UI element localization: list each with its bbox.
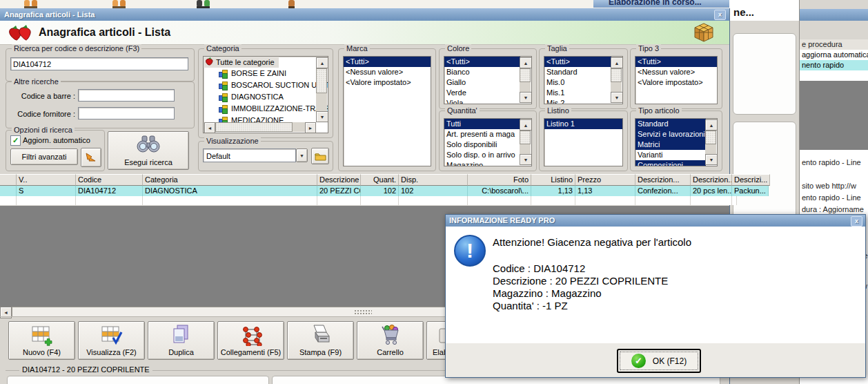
list-option[interactable]: Mis.1 — [544, 88, 611, 98]
list-option[interactable]: Mis.0 — [544, 77, 611, 88]
tipo-articolo-listbox[interactable]: ▲ ▼ StandardServizi e lavorazioniMatrici… — [635, 118, 718, 166]
group-tipo3: Tipo 3 <Tutti><Nessun valore><Valore imp… — [630, 48, 722, 109]
listino-listbox[interactable]: Listino 1 — [544, 118, 623, 166]
tree-item-category[interactable]: DIAGNOSTICA — [204, 91, 328, 103]
list-option[interactable]: Standard — [544, 67, 611, 77]
advanced-filters-button[interactable]: Filtri avanzati — [10, 148, 78, 165]
taglia-listbox[interactable]: ▲ ▼ <Tutti>StandardMis.0Mis.1Mis.2 — [544, 56, 623, 104]
dialog-description-line: Descrizione : 20 PEZZI COPRILENTE — [493, 275, 668, 287]
result-row-selected[interactable]: SDIA104712DIAGNOSTICA20 PEZZI COPRILENTE… — [0, 186, 752, 196]
list-option[interactable]: <Valore impostato> — [635, 77, 717, 88]
tipo3-listbox[interactable]: <Tutti><Nessun valore><Valore impostato> — [635, 56, 718, 104]
column-header[interactable] — [0, 174, 17, 186]
list-option[interactable]: Verde — [444, 88, 520, 98]
list-option[interactable]: Listino 1 — [544, 119, 622, 129]
column-header[interactable]: Prezzo — [575, 174, 635, 186]
categoria-vertical-scrollbar[interactable]: ▲ ▼ — [316, 57, 327, 122]
tree-item-category[interactable]: BORSE E ZAINI — [204, 68, 328, 79]
list-option[interactable]: Matrici — [635, 140, 706, 150]
list-option[interactable]: Giallo — [444, 77, 520, 88]
new-button[interactable]: Nuovo (F4) — [8, 321, 75, 360]
links-button[interactable]: Collegamenti (F5) — [217, 321, 284, 360]
advanced-filters-arrow-icon[interactable] — [81, 148, 101, 167]
column-header[interactable]: Categoria — [143, 174, 317, 186]
quantita-listbox[interactable]: ▲ ▼ TuttiArt. presenti a magaSolo dispon… — [444, 118, 532, 166]
list-option[interactable]: <Tutti> — [544, 57, 611, 67]
column-header[interactable]: Descrizion... — [691, 174, 732, 186]
list-option[interactable]: <Nessun valore> — [344, 67, 431, 77]
list-option[interactable]: Varianti — [635, 150, 706, 160]
scroll-up-icon[interactable]: ▲ — [705, 119, 718, 131]
view-button[interactable]: Visualizza (F2) — [78, 321, 145, 360]
tipo-articolo-scrollbar[interactable]: ▲ ▼ — [705, 119, 716, 165]
dialog-warehouse-line: Magazzino : Magazzino — [493, 287, 602, 299]
column-header[interactable]: Listino — [531, 174, 575, 186]
list-option[interactable]: Standard — [635, 119, 706, 129]
column-header[interactable]: V.. — [17, 174, 76, 186]
list-option[interactable]: <Nessun valore> — [635, 67, 717, 77]
list-option[interactable]: Tutti — [444, 119, 520, 129]
list-option[interactable]: <Tutti> — [635, 57, 717, 67]
scroll-down-icon[interactable]: ▼ — [316, 111, 328, 122]
folder-button[interactable] — [311, 148, 329, 164]
list-option[interactable]: Art. presenti a maga — [444, 129, 520, 140]
list-option[interactable]: Solo disponibili — [444, 140, 520, 150]
auto-update-checkbox[interactable]: ✓ — [10, 135, 21, 146]
scroll-up-icon[interactable]: ▲ — [520, 119, 532, 131]
search-input[interactable] — [10, 57, 188, 70]
list-option[interactable]: <Tutti> — [344, 57, 431, 67]
list-option[interactable]: <Tutti> — [444, 57, 520, 67]
window-titlebar[interactable]: Anagrafica articoli - Lista x — [0, 8, 729, 21]
column-header[interactable]: Descrizion... — [635, 174, 691, 186]
marca-listbox[interactable]: <Tutti><Nessun valore><Valore impostato> — [343, 56, 431, 166]
close-icon[interactable]: x — [714, 10, 726, 20]
cart-button[interactable]: Carrello — [357, 321, 424, 360]
tree-item-category[interactable]: BOSCAROL SUCTION UNIT — [204, 79, 328, 91]
column-header[interactable]: Disp. — [399, 174, 468, 186]
duplicate-button[interactable]: Duplica — [148, 321, 215, 360]
list-option[interactable]: Viola — [444, 98, 520, 104]
tree-root-all-categories[interactable]: Tutte le categorie — [204, 57, 279, 68]
colore-scrollbar[interactable]: ▲ ▼ — [520, 57, 531, 103]
column-header[interactable]: Descrizione — [317, 174, 361, 186]
dialog-close-icon[interactable]: x — [851, 216, 862, 227]
scroll-down-icon[interactable]: ▼ — [705, 154, 718, 165]
barcode-input[interactable] — [78, 89, 175, 102]
column-header[interactable]: Foto — [468, 174, 531, 186]
list-option[interactable]: <Valore impostato> — [344, 77, 431, 88]
supplier-code-input[interactable] — [78, 107, 175, 119]
categoria-horizontal-scrollbar[interactable]: ◄ ► — [204, 122, 316, 132]
scroll-thumb[interactable] — [316, 68, 327, 93]
list-option[interactable]: Servizi e lavorazioni — [635, 129, 706, 140]
scroll-left-icon[interactable]: ◄ — [204, 122, 215, 133]
categoria-tree[interactable]: Tutte le categorie BORSE E ZAINI BOSCARO… — [203, 56, 328, 133]
execute-search-button[interactable]: Esegui ricerca — [108, 131, 189, 170]
column-header[interactable]: Quant. — [361, 174, 399, 186]
chevron-down-icon[interactable]: ▼ — [296, 148, 308, 162]
ok-button[interactable]: ✓ OK (F12) — [617, 349, 701, 373]
print-button[interactable]: Stampa (F9) — [287, 321, 354, 360]
list-option[interactable]: Composizioni — [635, 160, 706, 166]
taglia-scrollbar[interactable]: ▲ ▼ — [611, 57, 622, 103]
column-header[interactable]: Codice — [76, 174, 143, 186]
list-option[interactable]: Solo disp. o in arrivo — [444, 150, 520, 160]
group-search-options: Opzioni di ricerca ✓ Aggiorn. automatico… — [6, 130, 105, 171]
colore-listbox[interactable]: ▲ ▼ <Tutti>BiancoGialloVerdeViola — [444, 56, 532, 104]
group-taglia-label: Taglia — [545, 44, 569, 53]
quantita-scrollbar[interactable]: ▲ ▼ — [520, 119, 531, 165]
log-line: ento rapido - Line — [800, 192, 868, 204]
scroll-down-icon[interactable]: ▼ — [520, 154, 532, 165]
scroll-down-icon[interactable]: ▼ — [520, 92, 532, 103]
scroll-down-icon[interactable]: ▼ — [611, 92, 623, 103]
list-option[interactable]: Bianco — [444, 67, 520, 77]
scroll-right-icon[interactable]: ► — [305, 122, 316, 133]
column-header[interactable]: Descrizi... — [732, 174, 770, 186]
dialog-titlebar[interactable]: INFORMAZIONE READY PRO x — [446, 215, 865, 227]
scroll-up-icon[interactable]: ▲ — [316, 57, 328, 68]
scroll-up-icon[interactable]: ▲ — [611, 57, 623, 68]
tree-item-category[interactable]: IMMOBILIZZAZIONE-TRASPO — [204, 103, 328, 115]
visualizzazione-select[interactable]: Default ▼ — [203, 148, 308, 162]
list-option[interactable]: Magazzino — [444, 160, 520, 166]
list-option[interactable]: Mis.2 — [544, 98, 611, 104]
scroll-up-icon[interactable]: ▲ — [520, 57, 532, 68]
